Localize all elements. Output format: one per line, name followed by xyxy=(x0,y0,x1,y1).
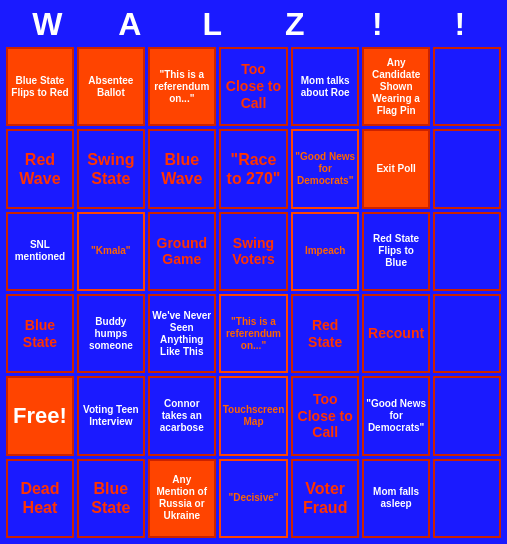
cell-r3-c5[interactable]: Recount xyxy=(362,294,430,373)
cell-r2-c2[interactable]: Ground Game xyxy=(148,212,216,291)
cell-r3-c2[interactable]: We've Never Seen Anything Like This xyxy=(148,294,216,373)
cell-r5-c5[interactable]: Mom falls asleep xyxy=(362,459,430,538)
cell-r0-c1[interactable]: Absentee Ballot xyxy=(77,47,145,126)
cell-r0-c3[interactable]: Too Close to Call xyxy=(219,47,289,126)
cell-r2-c3[interactable]: Swing Voters xyxy=(219,212,289,291)
cell-r1-c2[interactable]: Blue Wave xyxy=(148,129,216,208)
cell-r4-c2[interactable]: Connor takes an acarbose xyxy=(148,376,216,455)
cell-r3-c6[interactable] xyxy=(433,294,501,373)
cell-r1-c6[interactable] xyxy=(433,129,501,208)
cell-r0-c6[interactable] xyxy=(433,47,501,126)
cell-r4-c5[interactable]: "Good News for Democrats" xyxy=(362,376,430,455)
cell-r3-c0[interactable]: Blue State xyxy=(6,294,74,373)
cell-r4-c1[interactable]: Voting Teen Interview xyxy=(77,376,145,455)
cell-r4-c0[interactable]: Free! xyxy=(6,376,74,455)
cell-r1-c3[interactable]: "Race to 270" xyxy=(219,129,289,208)
title-letter-z: Z xyxy=(259,6,330,43)
cell-r1-c4[interactable]: "Good News for Democrats" xyxy=(291,129,359,208)
title-row: W A L Z ! ! xyxy=(6,6,501,43)
bingo-grid: Blue State Flips to RedAbsentee Ballot"T… xyxy=(6,47,501,538)
cell-r5-c6[interactable] xyxy=(433,459,501,538)
cell-r0-c5[interactable]: Any Candidate Shown Wearing a Flag Pin xyxy=(362,47,430,126)
cell-r3-c1[interactable]: Buddy humps someone xyxy=(77,294,145,373)
cell-r5-c0[interactable]: Dead Heat xyxy=(6,459,74,538)
cell-r0-c4[interactable]: Mom talks about Roe xyxy=(291,47,359,126)
cell-r1-c1[interactable]: Swing State xyxy=(77,129,145,208)
cell-r4-c4[interactable]: Too Close to Call xyxy=(291,376,359,455)
title-letter-exclaim1: ! xyxy=(342,6,413,43)
title-letter-l: L xyxy=(177,6,248,43)
cell-r5-c1[interactable]: Blue State xyxy=(77,459,145,538)
cell-r5-c3[interactable]: "Decisive" xyxy=(219,459,289,538)
title-letter-exclaim2: ! xyxy=(424,6,495,43)
cell-r2-c4[interactable]: Impeach xyxy=(291,212,359,291)
title-letter-w: W xyxy=(12,6,83,43)
cell-r2-c0[interactable]: SNL mentioned xyxy=(6,212,74,291)
cell-r1-c5[interactable]: Exit Poll xyxy=(362,129,430,208)
cell-r2-c5[interactable]: Red State Flips to Blue xyxy=(362,212,430,291)
cell-r4-c3[interactable]: Touchscreen Map xyxy=(219,376,289,455)
cell-r0-c0[interactable]: Blue State Flips to Red xyxy=(6,47,74,126)
cell-r4-c6[interactable] xyxy=(433,376,501,455)
cell-r0-c2[interactable]: "This is a referendum on..." xyxy=(148,47,216,126)
cell-r5-c4[interactable]: Voter Fraud xyxy=(291,459,359,538)
cell-r1-c0[interactable]: Red Wave xyxy=(6,129,74,208)
cell-r2-c6[interactable] xyxy=(433,212,501,291)
title-letter-a: A xyxy=(94,6,165,43)
cell-r3-c4[interactable]: Red State xyxy=(291,294,359,373)
cell-r2-c1[interactable]: "Kmala" xyxy=(77,212,145,291)
cell-r3-c3[interactable]: "This is a referendum on..." xyxy=(219,294,289,373)
cell-r5-c2[interactable]: Any Mention of Russia or Ukraine xyxy=(148,459,216,538)
